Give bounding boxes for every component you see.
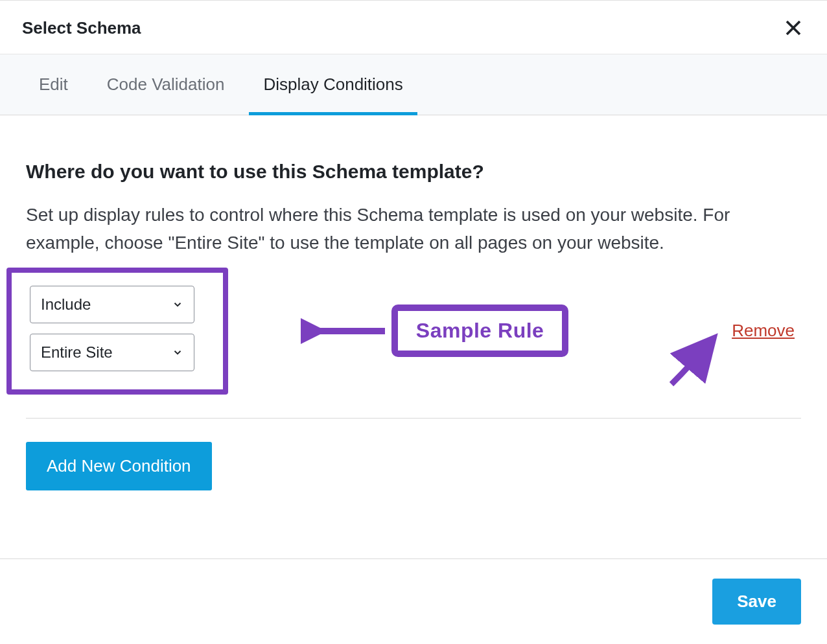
condition-type-value: Include <box>41 295 91 314</box>
add-new-condition-button[interactable]: Add New Condition <box>26 442 212 490</box>
chevron-down-icon <box>172 347 183 358</box>
modal-header: Select Schema <box>0 1 827 54</box>
close-button[interactable] <box>782 16 805 40</box>
remove-wrap: Remove <box>732 321 795 341</box>
section-heading: Where do you want to use this Schema tem… <box>26 161 801 183</box>
close-icon <box>784 18 803 38</box>
chevron-down-icon <box>172 299 183 310</box>
condition-type-select[interactable]: Include <box>30 286 194 323</box>
select-schema-modal: Select Schema Edit Code Validation Displ… <box>0 0 827 644</box>
section-description: Set up display rules to control where th… <box>26 201 739 257</box>
annotation-callout-label: Sample Rule <box>416 319 544 342</box>
annotation-callout: Sample Rule <box>391 305 569 357</box>
tab-code-validation[interactable]: Code Validation <box>107 54 225 115</box>
annotation-callout-wrap: Sample Rule <box>391 305 569 357</box>
tab-edit[interactable]: Edit <box>39 54 68 115</box>
tab-bar: Edit Code Validation Display Conditions <box>0 54 827 115</box>
display-rule-row: Include Entire Site Sample Rule <box>26 268 801 395</box>
modal-footer: Save <box>0 558 827 644</box>
arrow-up-right-icon <box>665 332 723 391</box>
save-button[interactable]: Save <box>712 579 801 625</box>
remove-link[interactable]: Remove <box>732 321 795 341</box>
scope-value: Entire Site <box>41 343 113 362</box>
rule-highlight-box: Include Entire Site <box>6 268 228 395</box>
modal-title: Select Schema <box>22 18 141 38</box>
modal-body: Where do you want to use this Schema tem… <box>0 115 827 558</box>
rule-divider <box>26 418 801 419</box>
scope-select[interactable]: Entire Site <box>30 334 194 371</box>
tab-display-conditions[interactable]: Display Conditions <box>263 54 402 115</box>
arrow-left-icon <box>301 312 391 351</box>
